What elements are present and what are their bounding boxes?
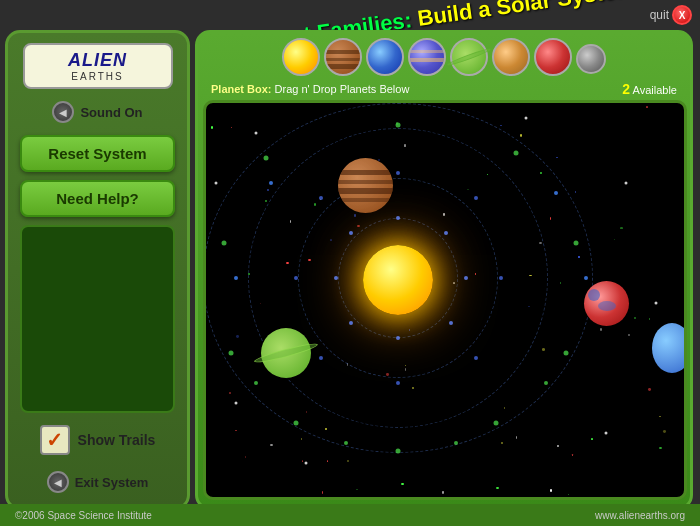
planet-blue-in-space[interactable] bbox=[652, 323, 687, 373]
planet-box-text: Planet Box: Drag n' Drop Planets Below bbox=[211, 83, 409, 95]
logo-alien-text: ALIEN bbox=[35, 50, 161, 71]
background-star bbox=[550, 489, 552, 492]
background-star bbox=[516, 436, 517, 439]
checkbox-check-icon: ✓ bbox=[46, 430, 63, 450]
svg-point-32 bbox=[235, 402, 238, 405]
background-star bbox=[646, 106, 648, 107]
planet-box-header: Planet Box: Drag n' Drop Planets Below 2… bbox=[203, 78, 685, 100]
background-star bbox=[347, 460, 349, 462]
background-star bbox=[591, 438, 593, 440]
planet-ringed-in-space[interactable] bbox=[261, 328, 311, 378]
trails-checkbox[interactable]: ✓ bbox=[40, 425, 70, 455]
background-star bbox=[520, 134, 522, 137]
background-star bbox=[659, 416, 661, 417]
background-star bbox=[231, 127, 232, 128]
background-star bbox=[322, 491, 323, 494]
logo-earths-text: EARTHS bbox=[35, 71, 161, 82]
background-star bbox=[442, 491, 444, 494]
background-star bbox=[648, 388, 651, 391]
planet-box-instruction: Drag n' Drop Planets Below bbox=[275, 83, 410, 95]
planet-icon-blue[interactable] bbox=[366, 38, 404, 76]
available-count: 2 bbox=[622, 81, 630, 97]
planet-icon-red[interactable] bbox=[534, 38, 572, 76]
footer: ©2006 Space Science Institute www.aliene… bbox=[0, 504, 700, 526]
background-star bbox=[327, 460, 329, 462]
sound-button[interactable]: ◀ Sound On bbox=[44, 97, 150, 127]
footer-website: www.alienearths.org bbox=[595, 510, 685, 521]
exit-label: Exit System bbox=[75, 475, 149, 490]
quit-button[interactable]: quit X bbox=[650, 5, 692, 25]
info-area bbox=[20, 225, 175, 413]
background-star bbox=[401, 483, 404, 485]
space-canvas[interactable] bbox=[203, 100, 687, 500]
exit-button[interactable]: ◀ Exit System bbox=[39, 467, 157, 497]
background-star bbox=[229, 392, 231, 395]
exit-icon: ◀ bbox=[47, 471, 69, 493]
background-star bbox=[496, 487, 499, 489]
svg-point-31 bbox=[305, 462, 308, 465]
background-star bbox=[659, 447, 662, 449]
sound-icon: ◀ bbox=[52, 101, 74, 123]
background-star bbox=[270, 444, 273, 447]
logo-area: ALIEN EARTHS bbox=[23, 43, 173, 89]
background-star bbox=[600, 328, 602, 331]
quit-label: quit bbox=[650, 8, 669, 22]
background-star bbox=[614, 239, 616, 240]
background-star bbox=[634, 317, 636, 319]
planet-icon-ringed[interactable] bbox=[450, 38, 488, 76]
main-content: Planet Box: Drag n' Drop Planets Below 2… bbox=[195, 30, 693, 510]
quit-icon[interactable]: X bbox=[672, 5, 692, 25]
background-star bbox=[649, 318, 650, 320]
background-star bbox=[628, 334, 629, 336]
svg-point-26 bbox=[255, 132, 258, 135]
svg-point-28 bbox=[625, 182, 628, 185]
background-star bbox=[557, 445, 559, 447]
svg-point-27 bbox=[525, 117, 528, 120]
background-star bbox=[211, 126, 213, 128]
left-panel: ALIEN EARTHS ◀ Sound On Reset System Nee… bbox=[5, 30, 190, 510]
title-subtitle: Build a Solar System bbox=[416, 0, 636, 31]
planet-brown-in-space[interactable] bbox=[338, 158, 393, 213]
planet-icon-gray[interactable] bbox=[576, 44, 606, 74]
background-star bbox=[302, 460, 304, 462]
planet-icons-row bbox=[203, 38, 685, 76]
available-label: Available bbox=[633, 84, 677, 96]
trails-label: Show Trails bbox=[78, 432, 156, 448]
sun bbox=[363, 245, 433, 315]
planet-icon-yellow[interactable] bbox=[282, 38, 320, 76]
background-star bbox=[501, 442, 504, 445]
reset-button[interactable]: Reset System bbox=[20, 135, 175, 172]
background-star bbox=[356, 489, 359, 490]
planet-red-in-space[interactable] bbox=[584, 281, 629, 326]
background-star bbox=[235, 430, 237, 431]
background-star bbox=[572, 454, 574, 456]
background-star bbox=[663, 430, 666, 433]
planet-icon-orange[interactable] bbox=[492, 38, 530, 76]
svg-point-33 bbox=[215, 182, 218, 185]
background-star bbox=[568, 494, 570, 495]
help-button[interactable]: Need Help? bbox=[20, 180, 175, 217]
title-area: Planet Families: Build a Solar System bbox=[200, 2, 680, 31]
svg-point-29 bbox=[655, 302, 658, 305]
available-text: 2 Available bbox=[622, 81, 677, 97]
footer-copyright: ©2006 Space Science Institute bbox=[15, 510, 152, 521]
background-star bbox=[575, 191, 576, 193]
background-star bbox=[500, 125, 503, 126]
show-trails-area: ✓ Show Trails bbox=[36, 421, 160, 459]
svg-point-30 bbox=[605, 432, 608, 435]
background-star bbox=[301, 438, 302, 440]
background-star bbox=[556, 157, 558, 158]
planet-icon-purple[interactable] bbox=[408, 38, 446, 76]
background-star bbox=[245, 456, 246, 459]
sound-label: Sound On bbox=[80, 105, 142, 120]
background-star bbox=[620, 227, 622, 228]
planet-icon-brown[interactable] bbox=[324, 38, 362, 76]
planet-box-label: Planet Box: bbox=[211, 83, 272, 95]
